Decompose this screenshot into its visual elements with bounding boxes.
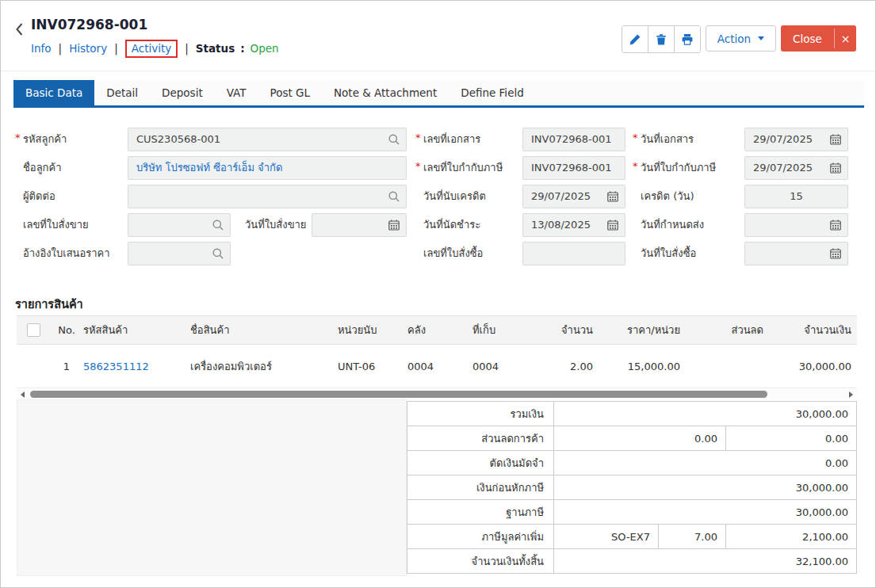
vat-code-input[interactable]: SO-EX7	[553, 524, 659, 549]
page-title: INV072968-001	[31, 17, 147, 32]
item-warehouse: 0004	[407, 361, 472, 372]
toolbar-icon-group	[622, 25, 701, 53]
tax-invoice-no-input[interactable]: INV072968-001	[522, 156, 625, 180]
contact-input[interactable]	[128, 185, 407, 208]
separator: |	[114, 42, 118, 55]
search-icon[interactable]	[212, 219, 224, 231]
tab-post-gl[interactable]: Post GL	[258, 80, 322, 105]
doc-date-label: *วันที่เอกสาร	[633, 128, 742, 151]
tab-deposit[interactable]: Deposit	[150, 80, 215, 105]
contact-label: ผู้ติดต่อ	[15, 185, 124, 208]
status-badge: Open	[251, 42, 279, 55]
calendar-icon[interactable]	[388, 219, 400, 231]
quotation-ref-label: อ้างอิงใบเสนอราคา	[15, 242, 124, 265]
activity-link[interactable]: Activity	[132, 42, 172, 55]
scroll-left-icon[interactable]	[21, 391, 25, 398]
summary-label: ฐานภาษี	[407, 499, 554, 525]
action-label: Action	[717, 32, 751, 45]
calendar-icon[interactable]	[606, 219, 619, 231]
horizontal-scrollbar[interactable]	[17, 389, 857, 399]
vat-rate-input[interactable]: 7.00	[658, 524, 726, 549]
scrollbar-thumb[interactable]	[30, 391, 767, 398]
calendar-icon[interactable]	[829, 133, 842, 146]
tax-invoice-date-input[interactable]: 29/07/2025	[744, 156, 848, 180]
col-unit: หน่วยนับ	[338, 322, 407, 338]
col-product-name: ชื่อสินค้า	[190, 322, 338, 338]
select-all-checkbox[interactable]	[27, 323, 40, 337]
tab-vat[interactable]: VAT	[215, 80, 258, 105]
credit-start-date-input[interactable]: 29/07/2025	[522, 185, 625, 208]
summary-row-vat: ภาษีมูลค่าเพิ่ม SO-EX7 7.00 2,100.00	[407, 524, 857, 549]
search-icon[interactable]	[212, 247, 224, 260]
tab-basic-data[interactable]: Basic Data	[13, 80, 94, 105]
separator: |	[59, 42, 63, 55]
delivery-date-input[interactable]	[744, 213, 848, 237]
back-button[interactable]	[13, 21, 25, 37]
due-date-label: วันที่นัดชำระ	[415, 213, 520, 237]
col-amount: จำนวนเงิน	[771, 322, 857, 338]
edit-button[interactable]	[622, 26, 648, 52]
calendar-icon[interactable]	[829, 247, 842, 260]
credit-days-input[interactable]: 15	[744, 185, 848, 208]
item-amount: 30,000.00	[771, 361, 857, 372]
col-discount: ส่วนลด	[688, 322, 771, 338]
summary-amount: 0.00	[725, 426, 857, 451]
tab-bar: Basic Data Detail Deposit VAT Post GL No…	[13, 80, 864, 108]
col-no: No.	[50, 324, 83, 336]
divider	[1, 71, 876, 71]
summary-amount: 32,100.00	[553, 548, 857, 574]
calendar-icon[interactable]	[829, 219, 842, 231]
required-asterisk: *	[633, 155, 638, 178]
purchase-order-date-input[interactable]	[744, 242, 848, 265]
tab-define-field[interactable]: Define Field	[449, 80, 536, 105]
sale-order-date-input[interactable]	[312, 213, 407, 237]
col-qty: จำนวน	[537, 322, 601, 338]
doc-date-input[interactable]: 29/07/2025	[744, 128, 848, 151]
chevron-down-icon	[758, 36, 764, 40]
history-link[interactable]: History	[69, 42, 107, 55]
calendar-icon[interactable]	[606, 190, 619, 203]
sub-navigation: Info | History | Activity | Status : Ope…	[31, 39, 279, 58]
close-label: Close	[781, 25, 834, 52]
tab-note-attachment[interactable]: Note & Attachment	[322, 80, 449, 105]
required-asterisk: *	[415, 155, 421, 178]
item-unit-price: 15,000.00	[601, 361, 688, 372]
close-x-button[interactable]: ×	[835, 25, 856, 52]
quotation-ref-input[interactable]	[128, 242, 231, 265]
scroll-right-icon[interactable]	[849, 391, 853, 398]
required-asterisk: *	[15, 126, 21, 150]
trade-discount-input[interactable]: 0.00	[553, 426, 726, 451]
calendar-icon[interactable]	[829, 162, 842, 174]
tab-detail[interactable]: Detail	[94, 80, 150, 105]
doc-no-input[interactable]: INV072968-001	[522, 128, 625, 151]
purchase-order-date-label: วันที่ใบสั่งซื้อ	[633, 242, 742, 265]
item-unit: UNT-06	[338, 361, 407, 372]
required-asterisk: *	[633, 126, 638, 150]
close-button[interactable]: Close ×	[781, 25, 856, 52]
activity-highlight-box: Activity	[125, 40, 178, 58]
info-link[interactable]: Info	[31, 42, 52, 55]
customer-name-input[interactable]: บริษัท โปรซอฟท์ ซีอาร์เอ็ม จำกัด	[128, 156, 407, 180]
product-code-link[interactable]: 5862351112	[83, 361, 149, 372]
summary-amount: 0.00	[553, 450, 857, 475]
sale-order-no-label: เลขที่ใบสั่งขาย	[15, 213, 124, 237]
purchase-order-no-input[interactable]	[522, 242, 625, 265]
item-row[interactable]: 1 5862351112 เครื่องคอมพิวเตอร์ UNT-06 0…	[17, 345, 857, 388]
col-product-code: รหัสสินค้า	[83, 322, 190, 338]
print-button[interactable]	[675, 26, 700, 52]
item-no: 1	[50, 361, 83, 372]
tax-invoice-no-label: *เลขที่ใบกำกับภาษี	[415, 156, 520, 180]
action-dropdown-button[interactable]: Action	[706, 25, 776, 52]
purchase-order-no-label: เลขที่ใบสั่งซื้อ	[415, 242, 520, 265]
delete-button[interactable]	[648, 26, 675, 52]
due-date-input[interactable]: 13/08/2025	[522, 213, 625, 237]
printer-icon	[681, 33, 694, 46]
sale-order-no-input[interactable]	[128, 213, 231, 237]
separator: |	[185, 42, 189, 55]
customer-code-input[interactable]: CUS230568-001	[128, 128, 407, 151]
search-icon[interactable]	[388, 133, 400, 146]
search-icon[interactable]	[388, 190, 400, 203]
status-colon: :	[240, 42, 244, 55]
summary-label: ตัดเงินมัดจำ	[407, 450, 554, 475]
sale-order-date-label: วันที่ใบสั่งขาย	[237, 213, 308, 237]
